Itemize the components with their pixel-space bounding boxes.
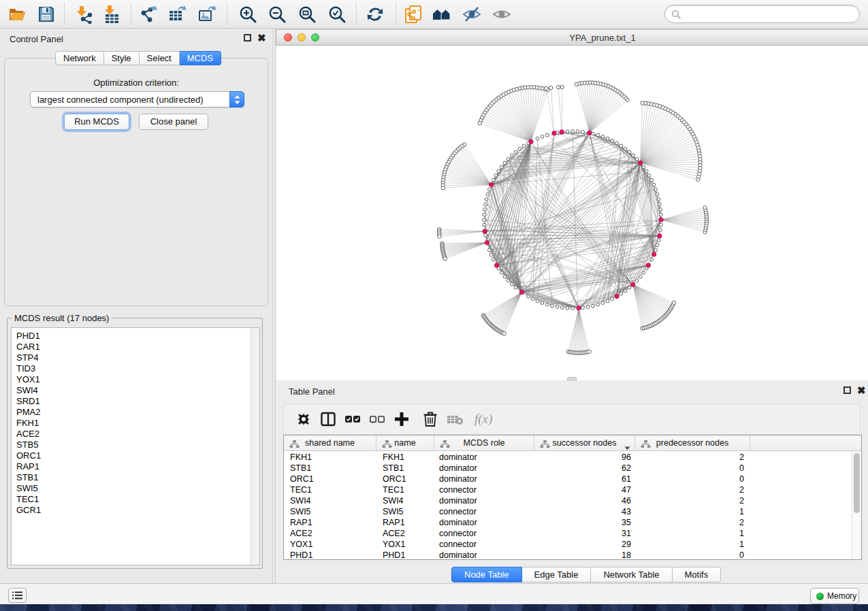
mcds-list-scrollbar[interactable] — [251, 328, 259, 565]
column-header-name[interactable]: name — [376, 435, 434, 451]
open-file-icon[interactable] — [7, 5, 27, 24]
function-builder-icon[interactable]: f(x) — [473, 410, 499, 428]
tab-mcds[interactable]: MCDS — [180, 51, 221, 65]
table-row[interactable]: ORC1 ORC1 dominator 61 0 — [284, 474, 861, 484]
optimization-criterion-label: Optimization criterion: — [0, 78, 272, 88]
node-table: shared namenameMCDS rolesuccessor nodesp… — [283, 435, 862, 560]
hide-selected-icon[interactable] — [462, 5, 481, 24]
run-mcds-button[interactable]: Run MCDS — [64, 114, 129, 130]
search-input[interactable] — [686, 6, 854, 22]
network-window-title: YPA_prune.txt_1 — [276, 33, 868, 43]
network-view-frame: YPA_prune.txt_1 — [276, 29, 868, 381]
mcds-result-item[interactable]: ACE2 — [16, 429, 41, 440]
control-panel-tabs: Network Style Select MCDS — [55, 51, 221, 65]
mcds-result-group: MCDS result (17 nodes) PHD1CAR1STP4TID3Y… — [7, 318, 263, 569]
memory-button[interactable]: Memory — [810, 588, 859, 604]
criterion-value: largest connected component (undirected) — [37, 95, 204, 105]
unselect-all-columns-icon[interactable] — [368, 410, 386, 428]
select-all-columns-icon[interactable] — [344, 410, 361, 428]
mcds-result-item[interactable]: YOX1 — [16, 374, 41, 385]
mcds-result-list[interactable]: PHD1CAR1STP4TID3YOX1SWI4SRD1PMA2FKH1ACE2… — [11, 327, 260, 565]
status-bar: Memory — [0, 583, 868, 604]
delete-columns-icon[interactable] — [421, 410, 439, 428]
table-row[interactable]: PHD1 PHD1 dominator 18 0 — [284, 550, 861, 561]
svg-text:f(x): f(x) — [475, 412, 492, 427]
network-window-titlebar[interactable]: YPA_prune.txt_1 — [276, 29, 868, 46]
float-table-panel-icon[interactable] — [843, 386, 851, 394]
import-table-icon[interactable] — [102, 5, 121, 24]
network-canvas[interactable] — [276, 46, 868, 380]
tab-style[interactable]: Style — [104, 51, 140, 65]
column-header-label: name — [376, 438, 434, 448]
table-row[interactable]: STB1 STB1 dominator 62 0 — [284, 463, 861, 474]
dropdown-arrows-icon — [229, 91, 244, 108]
mcds-result-item[interactable]: SRD1 — [16, 396, 41, 407]
task-history-button[interactable] — [8, 588, 27, 603]
mcds-result-item[interactable]: TEC1 — [16, 494, 41, 505]
mcds-result-item[interactable]: GCR1 — [16, 505, 41, 516]
tab-node-table[interactable]: Node Table — [451, 567, 522, 582]
table-options-icon[interactable] — [295, 410, 312, 428]
toolbar-separator — [131, 3, 131, 25]
zoom-in-icon[interactable] — [238, 5, 257, 24]
toolbar-separator — [64, 3, 65, 25]
control-panel: Control Panel ✖ Network Style Select MCD… — [0, 29, 272, 583]
table-row[interactable]: SWI5 SWI5 connector 43 1 — [284, 506, 861, 517]
table-scrollbar-thumb[interactable] — [854, 453, 860, 513]
search-icon — [671, 10, 681, 22]
export-table-icon[interactable] — [168, 5, 187, 24]
mcds-result-item[interactable]: PHD1 — [16, 331, 41, 342]
criterion-dropdown[interactable]: largest connected component (undirected) — [30, 91, 244, 108]
column-header-predecessor-nodes[interactable]: predecessor nodes — [635, 435, 750, 451]
mcds-result-item[interactable]: PMA2 — [16, 407, 41, 418]
table-header: shared namenameMCDS rolesuccessor nodesp… — [284, 435, 861, 451]
show-columns-icon[interactable] — [319, 410, 337, 428]
mcds-result-item[interactable]: SWI5 — [16, 483, 41, 494]
tab-select[interactable]: Select — [140, 51, 180, 65]
apply-layout-icon[interactable] — [366, 5, 385, 24]
mcds-result-item[interactable]: RAP1 — [16, 461, 41, 472]
mcds-result-item[interactable]: FKH1 — [16, 418, 41, 429]
show-hidden-icon[interactable] — [492, 5, 511, 24]
table-row[interactable]: ACE2 ACE2 connector 31 1 — [284, 528, 861, 539]
mcds-result-item[interactable]: TID3 — [16, 363, 41, 374]
save-session-icon[interactable] — [37, 5, 56, 24]
memory-label: Memory — [827, 591, 856, 601]
column-header-successor-nodes[interactable]: successor nodes — [534, 435, 635, 451]
create-column-icon[interactable] — [393, 410, 411, 428]
table-scrollbar[interactable] — [852, 451, 861, 559]
zoom-out-icon[interactable] — [268, 5, 287, 24]
column-header-MCDS-role[interactable]: MCDS role — [434, 435, 534, 451]
column-header-label: MCDS role — [434, 438, 534, 448]
mcds-result-item[interactable]: STB1 — [16, 472, 41, 483]
mcds-result-item[interactable]: ORC1 — [16, 450, 41, 461]
zoom-selected-icon[interactable] — [327, 5, 347, 24]
column-header-shared-name[interactable]: shared name — [284, 435, 376, 451]
mcds-result-item[interactable]: SWI4 — [16, 385, 41, 396]
mcds-result-item[interactable]: STB5 — [16, 440, 41, 450]
close-panel-icon[interactable]: ✖ — [257, 34, 266, 42]
first-neighbors-icon[interactable] — [404, 5, 423, 24]
tab-network[interactable]: Network — [55, 51, 104, 65]
tab-motifs[interactable]: Motifs — [673, 567, 722, 582]
export-network-icon[interactable] — [140, 5, 159, 24]
export-image-icon[interactable] — [198, 5, 217, 24]
table-row[interactable]: RAP1 RAP1 dominator 35 2 — [284, 517, 861, 528]
tab-edge-table[interactable]: Edge Table — [522, 567, 592, 582]
tab-network-table[interactable]: Network Table — [591, 567, 672, 582]
table-row[interactable]: FKH1 FKH1 dominator 96 2 — [284, 452, 861, 463]
table-row[interactable]: YOX1 YOX1 connector 29 1 — [284, 539, 861, 550]
zoom-fit-icon[interactable] — [298, 5, 317, 24]
float-panel-icon[interactable] — [244, 34, 251, 42]
column-header-label: predecessor nodes — [635, 438, 750, 448]
close-table-panel-icon[interactable]: ✖ — [857, 386, 866, 394]
toolbar-separator — [396, 3, 396, 25]
close-panel-button[interactable]: Close panel — [139, 114, 208, 130]
mcds-result-item[interactable]: CAR1 — [16, 342, 41, 352]
table-row[interactable]: SWI4 SWI4 dominator 46 2 — [284, 495, 861, 506]
table-row[interactable]: TEC1 TEC1 connector 47 2 — [284, 484, 861, 495]
show-all-icon[interactable] — [432, 5, 451, 24]
mcds-result-item[interactable]: STP4 — [16, 352, 41, 363]
import-network-icon[interactable] — [75, 5, 94, 24]
delete-table-icon[interactable] — [446, 410, 464, 428]
